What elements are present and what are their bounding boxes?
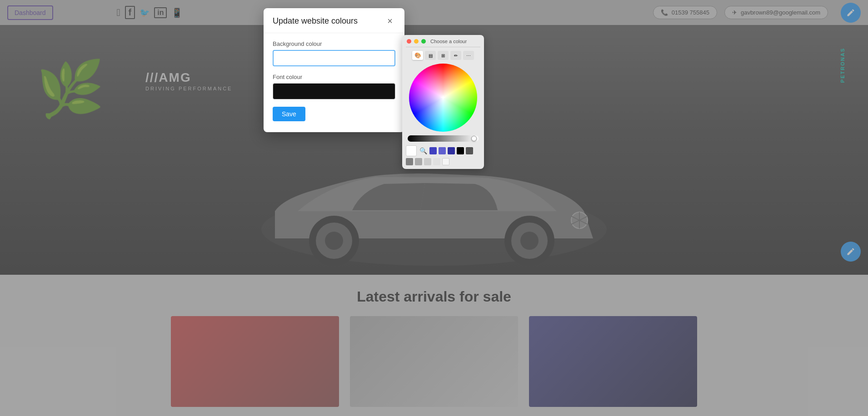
tl-green[interactable]: [421, 39, 426, 44]
picker-tab-swatches[interactable]: ⊞: [438, 51, 449, 60]
swatches-row: 🔍: [406, 145, 480, 165]
background-colour-input[interactable]: [273, 50, 395, 66]
modal-header: Update website colours ×: [264, 8, 404, 33]
more-tab-icon: ⋯: [466, 53, 471, 58]
swatch-near-white[interactable]: [442, 158, 449, 165]
swatches-tab-icon: ⊞: [441, 53, 445, 58]
color-wheel[interactable]: [409, 64, 477, 132]
swatch-blue-dark[interactable]: [429, 147, 437, 154]
swatch-light-gray[interactable]: [415, 158, 422, 165]
swatch-very-light-gray[interactable]: [433, 158, 440, 165]
eyedropper-icon[interactable]: 🔍: [419, 146, 428, 155]
swatch-gray[interactable]: [406, 158, 413, 165]
swatch-black[interactable]: [457, 147, 464, 154]
picker-tabs: 🎨 ▤ ⊞ ✏ ⋯: [406, 51, 480, 60]
picker-tab-pencil[interactable]: ✏: [450, 51, 461, 60]
picker-tab-more[interactable]: ⋯: [463, 51, 474, 60]
picker-tab-wheel[interactable]: 🎨: [412, 51, 423, 60]
pencil-tab-icon: ✏: [454, 53, 458, 58]
background-colour-label: Background colour: [273, 40, 395, 47]
color-wheel-container: [406, 64, 480, 132]
brightness-thumb: [471, 136, 477, 141]
swatch-lighter-gray[interactable]: [424, 158, 431, 165]
tl-yellow[interactable]: [414, 39, 419, 44]
color-picker-panel: Choose a colour 🎨 ▤ ⊞ ✏ ⋯ 🔍: [402, 35, 484, 169]
current-color-preview: [406, 145, 417, 156]
brightness-track[interactable]: [408, 135, 479, 142]
swatch-dark-gray[interactable]: [466, 147, 473, 154]
sliders-tab-icon: ▤: [429, 53, 433, 58]
swatch-blue-mid[interactable]: [439, 147, 446, 154]
wheel-tab-icon: 🎨: [414, 52, 421, 59]
tl-red[interactable]: [407, 39, 411, 44]
color-picker-title: Choose a colour: [430, 39, 467, 44]
swatch-blue-deep[interactable]: [448, 147, 455, 154]
update-colours-modal: Update website colours × Background colo…: [264, 8, 404, 132]
save-button[interactable]: Save: [273, 107, 305, 121]
font-colour-swatch[interactable]: [273, 83, 395, 99]
color-wheel-crosshair: [440, 94, 446, 101]
modal-body: Background colour Font colour Save: [264, 33, 404, 132]
modal-title: Update website colours: [273, 16, 358, 26]
picker-tab-sliders[interactable]: ▤: [425, 51, 436, 60]
color-picker-titlebar: Choose a colour: [406, 39, 480, 47]
brightness-slider-container: [406, 135, 480, 142]
font-colour-label: Font colour: [273, 74, 395, 80]
modal-close-button[interactable]: ×: [384, 15, 395, 26]
